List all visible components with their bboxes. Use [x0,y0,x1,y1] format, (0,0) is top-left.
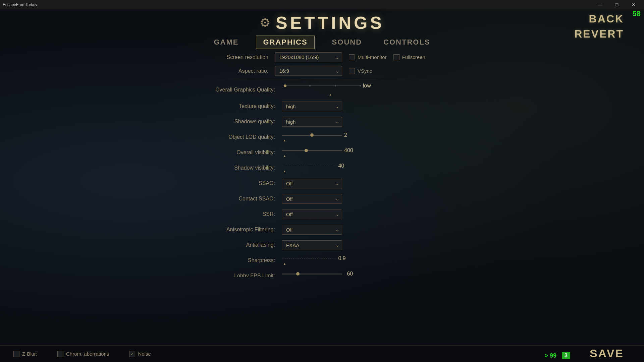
shadows-quality-label: Shadows quality: [208,119,282,125]
vsync-checkbox[interactable] [349,68,355,74]
ssao-row: SSAO: Off On [208,177,436,189]
tab-game[interactable]: GAME [210,36,243,49]
object-lod-arrow[interactable]: ▲ [283,139,358,142]
antialiasing-wrapper: FXAA Off TAA [282,240,342,250]
overall-quality-arrow[interactable]: ▲ [329,93,332,96]
tab-graphics[interactable]: GRAPHICS [256,36,314,49]
ssr-wrapper: Off On [282,209,342,219]
settings-header: ⚙ SETTINGS [260,13,384,33]
overall-visibility-arrow[interactable]: ▲ [283,154,358,158]
settings-title: SETTINGS [276,13,384,33]
zblur-label: Z-Blur: [22,351,37,357]
anisotropic-label: Anisotropic Filtering: [208,227,282,233]
noise-wrapper[interactable]: Noise [129,351,151,357]
vsync-checkbox-wrapper[interactable]: VSync [349,68,372,74]
overall-visibility-row: Overall visibility: 400 ▲ [208,146,436,159]
anisotropic-wrapper: Off 2x 4x 8x 16x [282,225,342,235]
settings-panel: Screen resolution 644x362 (16:9) Multi… [195,49,449,277]
ssao-label: SSAO: [208,180,282,186]
nav-tabs: GAME GRAPHICS SOUND CONTROLS [210,36,434,49]
antialiasing-select[interactable]: FXAA Off TAA [282,240,342,250]
antialiasing-row: Antialiasing: FXAA Off TAA [208,239,436,251]
zblur-checkbox[interactable] [13,351,19,357]
contact-ssao-select[interactable]: Off On [282,194,342,204]
overall-quality-value: low [363,83,376,89]
chrom-aberrations-label: Chrom. aberrations [66,351,109,357]
texture-quality-row: Texture quality: high medium low ultra [208,100,436,112]
fps-indicator-green: > 99 [545,352,557,359]
fps-counter-top: 58 [633,9,641,18]
aspect-ratio-wrapper: 16:9 4:3 21:9 [275,66,342,76]
object-lod-label: Object LOD quality: [208,134,282,140]
ssr-select[interactable]: Off On [282,209,342,219]
lobby-fps-slider[interactable] [282,274,342,275]
shadow-visibility-dotted: · · · · · · · · · · · · [282,164,336,168]
fullscreen-checkbox-wrapper[interactable]: Fullscreen [393,54,425,60]
screen-resolution-row: Screen resolution 644x362 (16:9) Multi… [208,52,436,62]
shadow-visibility-row: Shadow visibility: · · · · · · [208,162,436,174]
shadows-quality-wrapper: high medium low ultra [282,117,342,127]
object-lod-value: 2 [344,132,358,138]
antialiasing-label: Antialiasing: [208,242,282,248]
texture-quality-select[interactable]: high medium low ultra [282,102,342,111]
fullscreen-label: Fullscreen [402,54,425,60]
ssao-wrapper: Off On [282,179,342,188]
minimize-button[interactable]: — [592,0,608,9]
contact-ssao-label: Contact SSAO: [208,196,282,202]
aspect-ratio-select[interactable]: 16:9 4:3 21:9 [275,66,342,76]
chrom-aberrations-checkbox[interactable] [57,351,63,357]
sharpness-dotted: · · · · · · · · · · · · · [282,257,336,260]
sharpness-row: Sharpness: · · · · · · · · · [208,254,436,266]
shadows-quality-select[interactable]: high medium low ultra [282,117,342,127]
shadow-visibility-label: Shadow visibility: [208,165,282,171]
zblur-wrapper[interactable]: Z-Blur: [13,351,37,357]
texture-quality-label: Texture quality: [208,103,282,109]
divider-1 [208,80,436,80]
bottom-checkboxes: Z-Blur: Chrom. aberrations Noise [13,351,151,357]
window-title: EscapeFromTarkov [3,2,592,7]
close-button[interactable]: ✕ [626,0,641,9]
shadow-visibility-arrow[interactable]: ▲ [283,170,352,173]
lobby-fps-label: Lobby FPS Limit: [208,273,282,277]
overall-quality-row: Overall Graphics Quality: · [208,83,436,97]
fps-indicator-num: 3 [562,352,570,359]
sharpness-label: Sharpness: [208,257,282,263]
settings-icon: ⚙ [260,16,270,30]
lobby-fps-row: Lobby FPS Limit: · 60 ▲ [208,270,436,277]
sharpness-value: 0.9 [338,255,352,261]
bottom-bar: Z-Blur: Chrom. aberrations Noise > 99 3 … [0,345,644,362]
multi-monitor-label: Multi-monitor [358,54,387,60]
tab-controls[interactable]: CONTROLS [379,36,434,49]
screen-resolution-select[interactable]: 644x362 (16:9) [275,52,342,62]
vsync-label: VSync [358,68,372,74]
anisotropic-select[interactable]: Off 2x 4x 8x 16x [282,225,342,235]
chrom-aberrations-wrapper[interactable]: Chrom. aberrations [57,351,109,357]
contact-ssao-row: Contact SSAO: Off On [208,193,436,205]
save-button[interactable]: SAVE [590,347,624,360]
aspect-ratio-row: Aspect ratio: 16:9 4:3 21:9 VSync [208,66,436,76]
ssr-label: SSR: [208,211,282,217]
overall-visibility-slider[interactable] [282,150,342,151]
object-lod-slider[interactable] [282,135,342,136]
lobby-fps-value: 60 [347,271,361,277]
tab-sound[interactable]: SOUND [328,36,366,49]
main-content: ⚙ SETTINGS GAME GRAPHICS SOUND CONTROLS … [0,9,644,362]
fullscreen-checkbox[interactable] [393,54,399,60]
multi-monitor-checkbox-wrapper[interactable]: Multi-monitor [349,54,387,60]
contact-ssao-wrapper: Off On [282,194,342,204]
noise-label: Noise [138,351,151,357]
sharpness-arrow[interactable]: ▲ [283,262,352,265]
anisotropic-row: Anisotropic Filtering: Off 2x 4x 8x 16x [208,224,436,236]
shadow-visibility-value: 40 [338,163,352,169]
screen-resolution-label: Screen resolution [208,54,275,60]
window-controls: — □ ✕ [592,0,641,9]
noise-checkbox[interactable] [129,351,135,357]
maximize-button[interactable]: □ [609,0,625,9]
texture-quality-wrapper: high medium low ultra [282,102,342,111]
object-lod-row: Object LOD quality: 2 ▲ [208,131,436,143]
overall-quality-label: Overall Graphics Quality: [208,87,282,93]
ssao-select[interactable]: Off On [282,179,342,188]
overall-visibility-value: 400 [344,147,358,154]
ssr-row: SSR: Off On [208,208,436,220]
multi-monitor-checkbox[interactable] [349,54,355,60]
